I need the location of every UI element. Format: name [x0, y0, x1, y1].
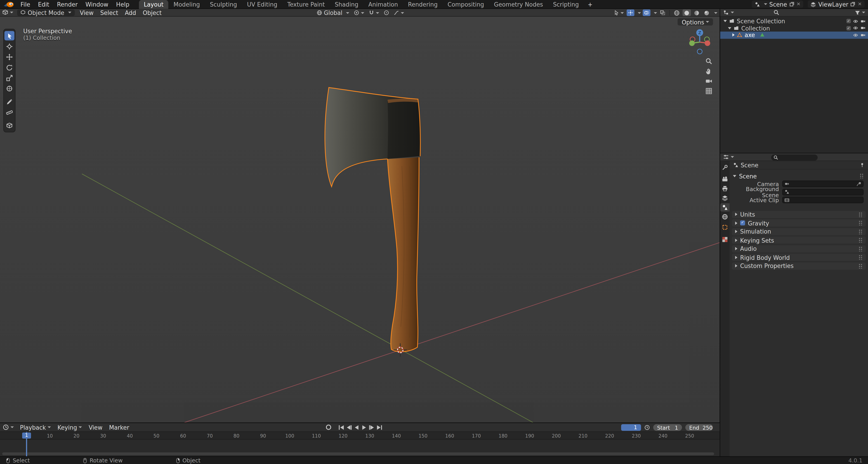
custom-properties-panel-header[interactable]: Custom Properties [732, 262, 866, 270]
expand-arrow-icon[interactable] [723, 20, 727, 22]
marker-menu[interactable]: Marker [106, 424, 132, 431]
timeline-track[interactable] [0, 440, 720, 456]
expand-arrow-icon[interactable] [733, 33, 735, 37]
active-clip-field[interactable] [782, 196, 864, 203]
playback-menu[interactable]: Playback [17, 424, 54, 431]
background-scene-field[interactable] [782, 189, 864, 195]
tab-world[interactable] [720, 213, 730, 221]
tool-add-cube[interactable] [4, 121, 14, 130]
simulation-panel-header[interactable]: Simulation [732, 228, 866, 235]
render-visibility-camera-icon[interactable] [860, 26, 866, 31]
chevron-down-icon[interactable] [654, 12, 657, 13]
workspace-tab[interactable]: Modeling [168, 0, 205, 9]
editor-type-selector[interactable] [0, 9, 16, 16]
topbar-menu-item[interactable]: File [17, 0, 34, 9]
audio-panel-header[interactable]: Audio [732, 245, 866, 252]
play-reverse-icon[interactable] [353, 425, 360, 430]
keying-sets-panel-header[interactable]: Keying Sets [732, 237, 866, 244]
drag-handle-icon[interactable] [859, 212, 862, 217]
gravity-panel-header[interactable]: ✓ Gravity [732, 219, 866, 226]
gizmo-axis-z-neg[interactable] [698, 49, 702, 54]
proportional-edit-toggle[interactable] [382, 9, 390, 16]
add-workspace-button[interactable]: + [584, 0, 596, 9]
gizmo-axis-x-pos[interactable] [705, 40, 710, 46]
outliner-row-collection[interactable]: Collection ✓ [720, 25, 868, 32]
topbar-menu-item[interactable]: Help [112, 0, 133, 9]
show-overlays-toggle[interactable] [643, 9, 650, 16]
record-button-icon[interactable] [326, 424, 332, 430]
viewport-menu-item[interactable]: Add [122, 9, 140, 16]
shading-wireframe-button[interactable] [673, 9, 681, 16]
pin-icon[interactable] [860, 162, 865, 168]
drag-handle-icon[interactable] [859, 220, 862, 225]
exclude-checkbox[interactable]: ✓ [846, 26, 851, 30]
camera-field[interactable] [782, 181, 864, 187]
workspace-tab[interactable]: Layout [139, 0, 168, 9]
mode-dropdown[interactable]: Object Mode [17, 9, 75, 16]
new-scene-icon[interactable] [789, 2, 794, 6]
workspace-tab[interactable]: Rendering [403, 0, 442, 9]
tab-view-layer[interactable] [720, 194, 730, 202]
outliner-row-scene-collection[interactable]: Scene Collection ✓ [720, 18, 868, 25]
scene-panel-header[interactable]: Scene [730, 172, 868, 180]
timeline-ruler[interactable]: 1020304050607080901001101201301401501601… [0, 432, 720, 440]
pivot-point-dropdown[interactable] [352, 9, 365, 16]
prev-keyframe-icon[interactable] [345, 425, 352, 430]
gravity-checkbox[interactable]: ✓ [740, 220, 745, 225]
tool-scale[interactable] [4, 73, 14, 83]
tab-tool[interactable] [720, 163, 730, 172]
workspace-tab[interactable]: Geometry Nodes [489, 0, 548, 9]
snap-toggle[interactable] [367, 9, 380, 16]
play-icon[interactable] [361, 425, 368, 430]
outliner-row-axe[interactable]: axe [720, 32, 868, 39]
unlink-scene-icon[interactable]: × [796, 2, 800, 6]
topbar-menu-item[interactable]: Render [53, 0, 82, 9]
tool-move[interactable] [4, 52, 14, 62]
viewport-3d[interactable]: User Perspective (1) Collection [0, 17, 720, 423]
outliner-editor-icon[interactable] [723, 9, 729, 16]
eyedropper-icon[interactable] [857, 181, 862, 186]
units-panel-header[interactable]: Units [732, 211, 866, 218]
pan-hand-icon[interactable] [705, 68, 712, 75]
exclude-checkbox[interactable]: ✓ [846, 19, 851, 24]
shading-solid-button[interactable] [683, 9, 691, 16]
remove-view-layer-icon[interactable]: × [858, 2, 862, 6]
workspace-tab[interactable]: Animation [363, 0, 403, 9]
timeline-editor-selector[interactable] [0, 424, 17, 430]
viewport-menu-item[interactable]: Object [140, 9, 165, 16]
tab-texture[interactable] [720, 236, 730, 244]
properties-editor-icon[interactable] [723, 154, 729, 160]
new-view-layer-icon[interactable] [850, 2, 856, 6]
drag-handle-icon[interactable] [859, 246, 862, 251]
tool-transform[interactable] [4, 84, 14, 93]
properties-search-input[interactable] [771, 154, 817, 160]
search-icon[interactable] [773, 9, 779, 16]
playhead-frame-badge[interactable]: 1 [22, 433, 31, 439]
render-visibility-camera-icon[interactable] [860, 33, 866, 37]
chevron-down-icon[interactable] [638, 12, 641, 13]
gizmo-axis-y-pos[interactable] [689, 40, 694, 46]
workspace-tab[interactable]: Sculpting [205, 0, 242, 9]
topbar-menu-item[interactable]: Window [82, 0, 112, 9]
workspace-tab[interactable]: Shading [330, 0, 364, 9]
timeline-scrollbar[interactable] [2, 453, 714, 455]
drag-handle-icon[interactable] [859, 255, 862, 260]
viewport-menu-item[interactable]: Select [97, 9, 122, 16]
drag-handle-icon[interactable] [860, 174, 864, 178]
tab-scene[interactable] [720, 203, 730, 212]
shading-material-button[interactable] [692, 9, 701, 16]
show-gizmos-toggle[interactable] [627, 9, 634, 16]
tool-tweak-select[interactable] [4, 31, 14, 40]
view-menu[interactable]: View [85, 424, 105, 431]
workspace-tab[interactable]: Scripting [548, 0, 584, 9]
tab-render[interactable] [720, 175, 730, 183]
drag-handle-icon[interactable] [859, 229, 862, 234]
drag-handle-icon[interactable] [859, 263, 862, 268]
workspace-tab[interactable]: Texture Paint [282, 0, 330, 9]
eye-icon[interactable] [852, 33, 859, 37]
topbar-menu-item[interactable]: Edit [34, 0, 53, 9]
toggle-ortho-icon[interactable] [705, 88, 712, 95]
tool-rotate[interactable] [4, 63, 14, 72]
expand-arrow-icon[interactable] [728, 27, 731, 29]
navigation-gizmo[interactable]: Z [684, 27, 715, 58]
